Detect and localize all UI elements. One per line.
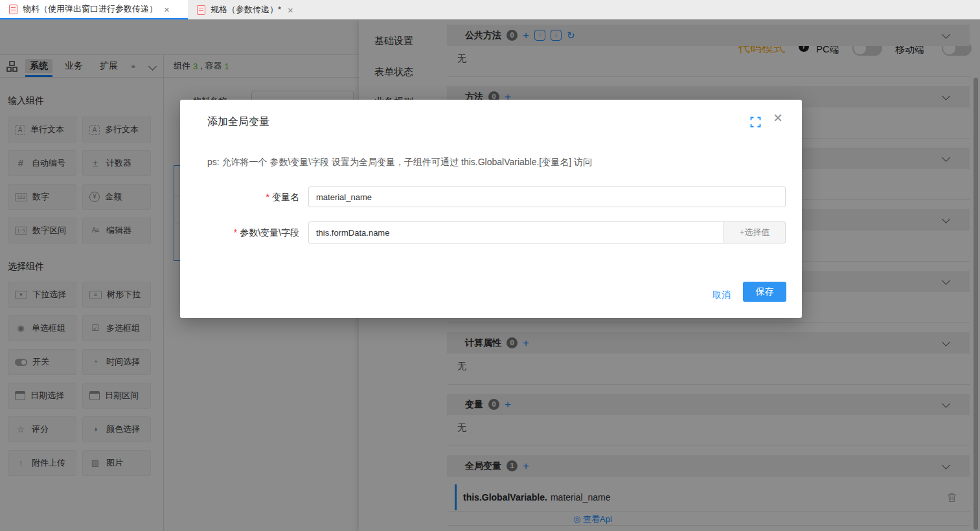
variable-name-input[interactable] <box>308 186 786 207</box>
save-button[interactable]: 保存 <box>743 282 786 302</box>
dialog-title: 添加全局变量 <box>207 115 269 129</box>
close-tab-icon[interactable]: × <box>164 4 170 15</box>
app-window: 物料（使用弹出窗口进行参数传递） × 规格（参数传递）* × 系统 业务 扩展 … <box>0 0 980 531</box>
required-asterisk: * <box>266 192 269 202</box>
source-field-label: *参数\变量\字段 <box>180 222 299 243</box>
form-document-icon <box>9 5 17 14</box>
source-field-input[interactable] <box>308 221 724 243</box>
form-document-icon <box>197 5 205 15</box>
tab-bar: 物料（使用弹出窗口进行参数传递） × 规格（参数传递）* × <box>0 0 980 19</box>
variable-name-label: *变量名 <box>180 186 299 207</box>
tab-material[interactable]: 物料（使用弹出窗口进行参数传递） × <box>0 0 188 19</box>
fullscreen-icon[interactable] <box>750 117 761 128</box>
tab-spec[interactable]: 规格（参数传递）* × <box>188 0 312 19</box>
close-icon[interactable]: × <box>773 110 782 126</box>
pick-value-button[interactable]: +选择值 <box>724 221 786 243</box>
required-asterisk: * <box>234 227 237 238</box>
close-tab-icon[interactable]: × <box>288 5 293 16</box>
tab-label: 物料（使用弹出窗口进行参数传递） <box>23 3 157 15</box>
tab-label: 规格（参数传递）* <box>211 4 281 16</box>
cancel-button[interactable]: 取消 <box>703 286 740 304</box>
dialog-description: ps: 允许将一个 参数\变量\字段 设置为全局变量，子组件可通过 this.G… <box>207 157 592 168</box>
add-global-variable-dialog: 添加全局变量 × ps: 允许将一个 参数\变量\字段 设置为全局变量，子组件可… <box>180 100 802 318</box>
